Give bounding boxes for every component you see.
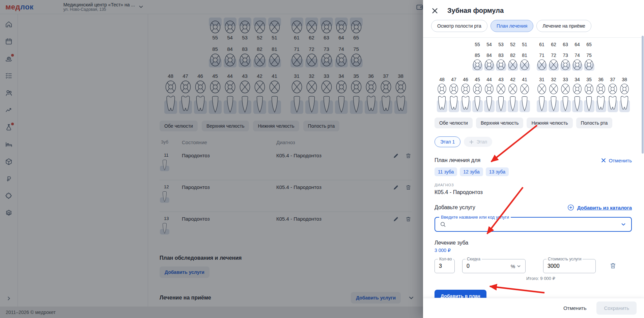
plan-for-label: План лечения для	[435, 157, 480, 163]
discount-unit-select[interactable]: %	[511, 263, 521, 269]
tooth-72[interactable]: 72	[548, 52, 559, 71]
close-panel-button[interactable]	[432, 8, 438, 14]
cancel-button[interactable]: Отменить	[563, 305, 587, 311]
tooth-32[interactable]: 32	[548, 76, 559, 112]
tooth-occlusal-icon	[449, 83, 459, 95]
tooth-occlusal-icon	[496, 59, 506, 71]
service-search-combobox[interactable]: Введите название или код услуги	[435, 217, 632, 232]
selected-tooth-chip[interactable]: 13 зуба	[486, 167, 509, 176]
tooth-45[interactable]: 45	[472, 76, 483, 112]
panel-tab-осмотр-полости-рта[interactable]: Осмотр полости рта	[431, 20, 487, 32]
jaw-filter-chip[interactable]: Полость рта	[576, 118, 613, 128]
tooth-47[interactable]: 47	[448, 76, 459, 112]
tooth-number: 36	[598, 76, 604, 83]
panel-tab-план-лечения[interactable]: План лечения	[491, 20, 533, 32]
tooth-root-icon	[484, 95, 494, 112]
tooth-occlusal-icon	[549, 59, 559, 71]
tooth-34[interactable]: 34	[572, 76, 583, 112]
service-total: Итого: 9 000 ₽	[526, 276, 596, 281]
tooth-number: 82	[510, 52, 515, 59]
tooth-62[interactable]: 62	[548, 41, 559, 48]
tooth-occlusal-icon	[596, 83, 606, 95]
tooth-42[interactable]: 42	[507, 76, 519, 112]
tooth-number: 64	[575, 41, 580, 48]
tooth-38[interactable]: 38	[619, 76, 630, 112]
tooth-number: 74	[575, 52, 580, 59]
tooth-81[interactable]: 81	[519, 52, 530, 71]
tooth-occlusal-icon	[460, 83, 471, 95]
tooth-71[interactable]: 71	[536, 52, 548, 71]
panel-tab-лечение-на-приёме[interactable]: Лечение на приёме	[536, 20, 591, 32]
quantity-input[interactable]	[439, 263, 450, 269]
tooth-82[interactable]: 82	[507, 52, 519, 71]
selected-tooth-chip[interactable]: 11 зуба	[435, 167, 457, 176]
tooth-occlusal-icon	[560, 59, 570, 71]
jaw-filter-chip[interactable]: Обе челюсти	[435, 118, 473, 128]
diagnosis-label: ДИАГНОЗ	[435, 183, 632, 187]
tooth-number: 37	[610, 76, 615, 83]
tooth-46[interactable]: 46	[460, 76, 471, 112]
search-icon	[440, 221, 446, 228]
tooth-occlusal-icon	[496, 83, 506, 95]
jaw-filter-chip[interactable]: Нижняя челюсть	[527, 118, 572, 128]
save-button[interactable]: Сохранить	[596, 301, 637, 315]
panel-footer: Отменить Сохранить	[423, 298, 644, 318]
selected-teeth-chips: 11 зуба12 зуба13 зуба	[435, 167, 632, 176]
tooth-43[interactable]: 43	[496, 76, 507, 112]
service-cost-input[interactable]	[548, 263, 591, 269]
selected-tooth-chip[interactable]: 12 зуба	[460, 167, 483, 176]
add-stage-button[interactable]: Этап	[464, 137, 492, 147]
chevron-down-icon[interactable]	[620, 221, 626, 227]
tooth-85[interactable]: 85	[472, 52, 483, 71]
service-search-input[interactable]	[450, 222, 620, 227]
tooth-root-icon	[549, 95, 559, 112]
tooth-83[interactable]: 83	[496, 52, 507, 71]
tooth-73[interactable]: 73	[560, 52, 571, 71]
tooth-number: 52	[510, 41, 515, 48]
trash-icon	[609, 262, 617, 269]
tooth-63[interactable]: 63	[560, 41, 571, 48]
tooth-root-icon	[608, 95, 618, 112]
chevron-down-icon	[516, 264, 521, 268]
tooth-84[interactable]: 84	[484, 52, 495, 71]
tooth-number: 55	[475, 41, 480, 48]
cancel-selection-button[interactable]: Отменить	[601, 158, 632, 163]
tooth-root-icon	[520, 95, 530, 112]
modal-dim-overlay[interactable]	[0, 0, 423, 318]
tooth-number: 61	[539, 41, 544, 48]
add-from-catalog-link[interactable]: Добавить из каталога	[567, 204, 632, 211]
tooth-52[interactable]: 52	[507, 41, 519, 48]
service-cost-field[interactable]: Стоимость услуги	[543, 259, 596, 273]
tooth-33[interactable]: 33	[560, 76, 571, 112]
jaw-filter-chip[interactable]: Верхняя челюсть	[476, 118, 524, 128]
tooth-root-icon	[537, 95, 547, 112]
discount-field[interactable]: Скидка %	[462, 259, 526, 273]
tooth-54[interactable]: 54	[484, 41, 495, 48]
tooth-occlusal-icon	[484, 59, 494, 71]
tooth-31[interactable]: 31	[536, 76, 548, 112]
tooth-44[interactable]: 44	[484, 76, 495, 112]
tooth-37[interactable]: 37	[607, 76, 618, 112]
tooth-55[interactable]: 55	[472, 41, 483, 48]
tooth-61[interactable]: 61	[536, 41, 548, 48]
panel-title: Зубная формула	[447, 7, 504, 14]
tooth-53[interactable]: 53	[496, 41, 507, 48]
quantity-field[interactable]: Кол-во	[435, 259, 455, 273]
tooth-36[interactable]: 36	[595, 76, 607, 112]
tooth-35[interactable]: 35	[584, 76, 595, 112]
stage-1-tab[interactable]: Этап 1	[435, 136, 460, 147]
tooth-65[interactable]: 65	[584, 41, 595, 48]
panel-scrollbar[interactable]	[642, 36, 644, 154]
remove-service-button[interactable]	[609, 262, 617, 269]
panel-tabs: Осмотр полости ртаПлан леченияЛечение на…	[423, 19, 644, 38]
tooth-75[interactable]: 75	[584, 52, 595, 71]
discount-input[interactable]	[467, 263, 511, 269]
tooth-root-icon	[572, 95, 582, 112]
tooth-51[interactable]: 51	[519, 41, 530, 48]
tooth-74[interactable]: 74	[572, 52, 583, 71]
tooth-41[interactable]: 41	[519, 76, 530, 112]
tooth-48[interactable]: 48	[437, 76, 448, 112]
tooth-occlusal-icon	[584, 59, 594, 71]
tooth-number: 32	[551, 76, 556, 83]
tooth-64[interactable]: 64	[572, 41, 583, 48]
